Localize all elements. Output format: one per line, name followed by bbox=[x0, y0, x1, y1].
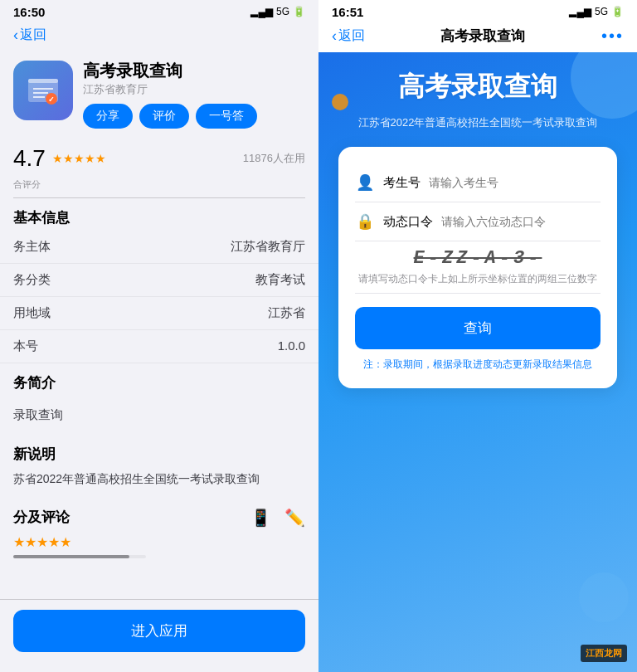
info-value-1: 教育考试 bbox=[255, 272, 305, 288]
info-label-1: 务分类 bbox=[13, 272, 51, 288]
review-button[interactable]: 评价 bbox=[139, 104, 189, 129]
nav-bar-left: ‹ 返回 bbox=[0, 23, 318, 51]
review-section-title: 分及评论 bbox=[13, 508, 70, 527]
user-count: 11876人在用 bbox=[243, 151, 305, 166]
app-subtitle: 江苏省2022年普通高校招生全国统一考试录取查询 bbox=[358, 115, 598, 130]
password-label: 动态口令 bbox=[383, 214, 433, 230]
info-row-2: 用地域 江苏省 bbox=[0, 297, 318, 330]
back-label-right: 返回 bbox=[338, 27, 365, 45]
exam-id-input[interactable] bbox=[429, 176, 601, 189]
app-info-section: ✓ 高考录取查询 江苏省教育厅 分享 评价 一号答 bbox=[0, 51, 318, 139]
watermark: 江西龙网 bbox=[581, 645, 627, 662]
progress-bar-row bbox=[0, 553, 318, 560]
rating-section: 4.7 ★★★★★ 11876人在用 bbox=[0, 139, 318, 178]
svg-rect-1 bbox=[28, 79, 58, 83]
review-icons: 📱 ✏️ bbox=[250, 508, 305, 528]
status-icons-left: ▂▄▆ 5G 🔋 bbox=[250, 6, 305, 17]
network-right: 5G bbox=[595, 6, 608, 17]
info-value-0: 江苏省教育厅 bbox=[231, 239, 305, 255]
app-details: 高考录取查询 江苏省教育厅 分享 评价 一号答 bbox=[83, 61, 305, 129]
review-header: 分及评论 📱 ✏️ bbox=[0, 498, 318, 531]
orange-dot bbox=[332, 94, 348, 110]
update-text: 苏省2022年普通高校招生全国统一考试录取查询 bbox=[0, 467, 318, 498]
back-label-left: 返回 bbox=[20, 27, 46, 44]
bg-circle-2 bbox=[579, 572, 629, 622]
brief-section: 录取查询 bbox=[0, 396, 318, 435]
signal-left: ▂▄▆ bbox=[250, 6, 273, 17]
captcha-area: E-ZZ-A-3- 请填写动态口令卡上如上所示坐标位置的两组三位数字 bbox=[355, 241, 601, 294]
back-button-left[interactable]: ‹ 返回 bbox=[13, 27, 46, 44]
query-button[interactable]: 查询 bbox=[355, 307, 601, 349]
left-panel: 16:50 ▂▄▆ 5G 🔋 ‹ 返回 ✓ 高考录取查询 bbox=[0, 0, 318, 672]
back-chevron-right: ‹ bbox=[332, 27, 337, 45]
battery-left: 🔋 bbox=[293, 6, 305, 17]
exam-id-label: 考生号 bbox=[383, 175, 421, 191]
time-left: 16:50 bbox=[13, 5, 45, 19]
rating-label: 合评分 bbox=[0, 178, 318, 191]
more-icon[interactable]: ••• bbox=[601, 27, 624, 46]
captcha-image: E-ZZ-A-3- bbox=[355, 248, 601, 269]
password-row: 🔒 动态口令 bbox=[355, 202, 601, 241]
brief-header: 务简介 bbox=[0, 363, 318, 396]
svg-text:✓: ✓ bbox=[48, 95, 55, 104]
brief-text: 录取查询 bbox=[13, 407, 63, 421]
status-bar-left: 16:50 ▂▄▆ 5G 🔋 bbox=[0, 0, 318, 23]
main-app-title: 高考录取查询 bbox=[398, 69, 557, 105]
status-bar-right: 16:51 ▂▄▆ 5G 🔋 bbox=[318, 0, 637, 23]
info-row-3: 本号 1.0.0 bbox=[0, 330, 318, 363]
update-header: 新说明 bbox=[0, 435, 318, 467]
lock-icon: 🔒 bbox=[355, 212, 375, 231]
rating-stars: ★★★★★ bbox=[52, 152, 106, 165]
info-value-2: 江苏省 bbox=[268, 305, 305, 321]
time-right: 16:51 bbox=[332, 5, 363, 19]
edit-icon: ✏️ bbox=[284, 508, 305, 528]
info-label-2: 用地域 bbox=[13, 305, 51, 321]
info-label-3: 本号 bbox=[13, 338, 38, 354]
back-button-right[interactable]: ‹ 返回 bbox=[332, 27, 365, 45]
battery-right: 🔋 bbox=[611, 6, 624, 17]
progress-bar-bg bbox=[13, 555, 146, 558]
right-panel: 16:51 ▂▄▆ 5G 🔋 ‹ 返回 高考录取查询 ••• 高考录取查询 江苏… bbox=[318, 0, 637, 672]
info-row-0: 务主体 江苏省教育厅 bbox=[0, 231, 318, 264]
note-text: 注：录取期间，根据录取进度动态更新录取结果信息 bbox=[355, 358, 601, 372]
app-icon: ✓ bbox=[13, 61, 73, 120]
back-chevron-left: ‹ bbox=[13, 27, 18, 44]
progress-bar-fill bbox=[13, 555, 129, 558]
info-label-0: 务主体 bbox=[13, 239, 51, 255]
bottom-btn-bar: 进入应用 bbox=[0, 599, 318, 672]
status-icons-right: ▂▄▆ 5G 🔋 bbox=[569, 6, 624, 17]
network-left: 5G bbox=[276, 6, 289, 17]
device-icon: 📱 bbox=[250, 508, 271, 528]
app-title: 高考录取查询 bbox=[83, 61, 305, 80]
review-stars: ★★★★★ bbox=[0, 531, 318, 553]
nav-title-right: 高考录取查询 bbox=[440, 27, 525, 46]
app-content: 高考录取查询 江苏省2022年普通高校招生全国统一考试录取查询 👤 考生号 🔒 … bbox=[318, 52, 637, 672]
app-action-btns: 分享 评价 一号答 bbox=[83, 104, 305, 129]
bg-circle-1 bbox=[571, 52, 637, 119]
share-button[interactable]: 分享 bbox=[83, 104, 133, 129]
rating-number: 4.7 bbox=[13, 145, 46, 172]
app-developer: 江苏省教育厅 bbox=[83, 82, 305, 97]
captcha-hint: 请填写动态口令卡上如上所示坐标位置的两组三位数字 bbox=[355, 272, 601, 286]
info-row-1: 务分类 教育考试 bbox=[0, 264, 318, 297]
enter-app-button[interactable]: 进入应用 bbox=[13, 610, 305, 652]
password-input[interactable] bbox=[441, 215, 601, 228]
signal-right: ▂▄▆ bbox=[569, 6, 591, 17]
form-card: 👤 考生号 🔒 动态口令 E-ZZ-A-3- 请填写动态口令卡上如上所示坐标位置… bbox=[338, 147, 617, 388]
info-value-3: 1.0.0 bbox=[278, 338, 305, 354]
person-icon: 👤 bbox=[355, 173, 375, 192]
basic-info-header: 基本信息 bbox=[0, 198, 318, 231]
answer-button[interactable]: 一号答 bbox=[196, 104, 257, 129]
nav-bar-right: ‹ 返回 高考录取查询 ••• bbox=[318, 23, 637, 52]
exam-id-row: 👤 考生号 bbox=[355, 163, 601, 202]
